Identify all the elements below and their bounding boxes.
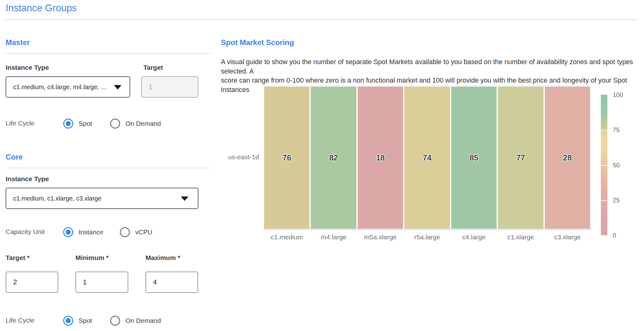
radio-option-spot[interactable]: Spot (63, 316, 92, 326)
heatmap-x-label: m5a.xlarge (358, 233, 403, 241)
heatmap-x-label: c3.xlarge (545, 233, 590, 241)
radio-unselected-icon (120, 227, 130, 237)
core-life-cycle-label: Life Cycle (6, 317, 34, 324)
heatmap-cell-value: 82 (329, 153, 338, 162)
radio-selected-icon (63, 227, 73, 237)
master-instance-type-value: c1.medium, c4.large, m4.large, … (13, 84, 107, 91)
core-maximum-input[interactable] (146, 272, 198, 293)
heatmap-cell: 85 (451, 87, 497, 229)
heatmap-cell: 82 (311, 87, 356, 229)
radio-option-label: vCPU (135, 228, 152, 236)
colorbar-tick-label: 25 (613, 197, 620, 203)
heatmap-cell: 77 (498, 87, 543, 229)
radio-option-label: Spot (79, 317, 92, 324)
master-target-label: Target (143, 64, 163, 71)
radio-option-label: Instance (79, 228, 103, 236)
heatmap-x-label: c1.medium (264, 233, 309, 241)
radio-option-on-demand[interactable]: On Demand (110, 316, 161, 326)
radio-option-label: On Demand (125, 120, 161, 127)
heatmap-x-label: c1.xlarge (498, 233, 543, 241)
colorbar-separator (601, 130, 607, 130)
radio-selected-icon (63, 119, 73, 129)
radio-selected-icon (63, 316, 73, 326)
chevron-down-icon (114, 85, 121, 89)
heatmap-cell: 76 (264, 87, 309, 229)
heatmap-cell-value: 28 (563, 153, 572, 162)
heatmap-cell-value: 76 (283, 153, 291, 162)
core-capacity-unit-row: Capacity Unit InstancevCPU (6, 227, 210, 238)
colorbar-tick-label: 100 (613, 92, 623, 98)
heatmap-x-label: m4.large (311, 233, 356, 241)
heatmap-cell: 74 (404, 87, 450, 229)
heatmap-cell: 18 (358, 87, 403, 229)
core-minimum-input[interactable] (75, 272, 128, 293)
core-minimum-label: Minimum * (75, 254, 109, 262)
spot-market-heading: Spot Market Scoring (221, 38, 294, 47)
instance-groups-form: Master Instance Type Target c1.medium, c… (6, 0, 210, 331)
heatmap-row-label: us-east-1d (221, 153, 259, 161)
radio-option-instance[interactable]: Instance (63, 227, 103, 237)
chevron-down-icon (181, 196, 188, 201)
colorbar-separator (601, 165, 607, 166)
core-divider (6, 168, 210, 168)
heatmap-cell-value: 74 (423, 153, 432, 162)
master-life-cycle-label: Life Cycle (6, 120, 34, 127)
spot-market-scoring-panel: Spot Market Scoring A visual guide to sh… (221, 0, 644, 331)
core-capacity-unit-label: Capacity Unit (6, 228, 45, 236)
heatmap-x-axis: c1.mediumm4.largem5a.xlarger5a.largec4.l… (264, 233, 590, 241)
colorbar-tick-label: 50 (613, 162, 620, 168)
colorbar-tick-label: 0 (613, 232, 616, 238)
heatmap-cell-value: 77 (516, 153, 525, 162)
radio-unselected-icon (110, 316, 120, 326)
heatmap-x-label: r5a.large (404, 233, 450, 241)
radio-option-on-demand[interactable]: On Demand (110, 119, 161, 129)
core-target-input[interactable] (6, 272, 58, 293)
master-life-cycle-row: Life Cycle SpotOn Demand (6, 119, 210, 129)
radio-unselected-icon (110, 119, 120, 129)
radio-option-label: On Demand (125, 317, 161, 324)
description-line: A visual guide to show you the number of… (221, 58, 639, 76)
core-instance-type-select[interactable]: c1.medium, c1.xlarge, c3.xlarge (6, 188, 198, 209)
master-target-input (141, 76, 198, 98)
heatmap-cell-value: 18 (376, 153, 385, 162)
colorbar (601, 95, 607, 235)
core-section-heading: Core (6, 153, 23, 161)
core-instance-type-value: c1.medium, c1.xlarge, c3.xlarge (13, 195, 101, 202)
heatmap-cell-value: 85 (469, 153, 478, 162)
heatmap-x-label: c4.large (451, 233, 497, 241)
instance-groups-page: Instance Groups Master Instance Type Tar… (0, 0, 644, 331)
colorbar-separator (601, 200, 607, 201)
heatmap-bottom-edge (263, 229, 591, 230)
master-section-heading: Master (6, 38, 30, 47)
heatmap: 76821874857728 (264, 87, 590, 229)
radio-option-vcpu[interactable]: vCPU (120, 227, 152, 237)
core-instance-type-label: Instance Type (6, 175, 49, 183)
master-instance-type-label: Instance Type (6, 64, 49, 71)
heatmap-cell: 28 (545, 87, 590, 229)
core-target-label: Target * (6, 254, 30, 262)
radio-option-spot[interactable]: Spot (63, 119, 92, 129)
colorbar-tick-label: 75 (613, 127, 620, 133)
master-divider (6, 53, 210, 54)
core-maximum-label: Maximum * (146, 254, 180, 262)
radio-option-label: Spot (79, 120, 92, 127)
core-life-cycle-row: Life Cycle SpotOn Demand (6, 316, 210, 326)
master-instance-type-select[interactable]: c1.medium, c4.large, m4.large, … (6, 76, 130, 98)
